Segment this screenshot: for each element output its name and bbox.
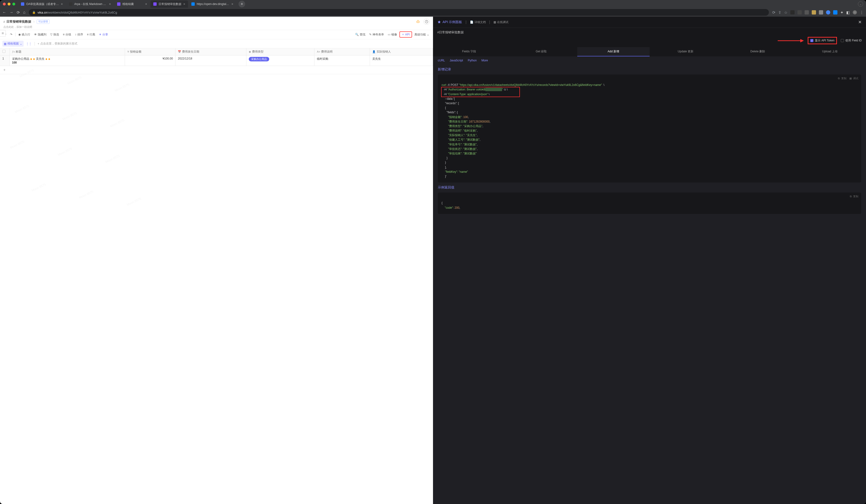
new-view-button[interactable]: + 点击这里，变换新的展示形式 [36,41,79,47]
share-button[interactable]: ✈ 分享 [98,32,110,37]
col-date[interactable]: 📅费用发生日期 [176,48,246,55]
cell-date[interactable]: 2022/12/18 [176,55,246,66]
back-button[interactable]: ← [2,10,6,14]
url-input[interactable]: 🔒 vika.cn/workbench/dstQ8d4fcH0YrAYsYs/v… [29,9,769,16]
svg-point-1 [417,22,418,22]
sort-button[interactable]: ↕ 排序 [74,32,85,37]
robot-icon[interactable] [415,19,421,25]
code-block-response[interactable]: ⧉ 复制 { "code": 200, [438,192,861,214]
close-icon[interactable]: × [183,2,185,6]
ext-icon[interactable] [826,10,830,14]
reload-button[interactable]: ⟳ [16,10,20,15]
tab-fields[interactable]: Fields 字段 [433,47,505,56]
datasheet-title[interactable]: 日常报销审批数据 [7,20,31,24]
close-icon[interactable]: × [231,2,233,6]
tab-active[interactable]: 日常报销审批数据 × [151,0,188,8]
share-icon[interactable]: ⇪ [778,10,781,15]
view-selector[interactable]: ▦ 维格视图 ⌄ [2,41,24,47]
cell-desc[interactable]: 临时采购 [314,55,370,66]
group-button[interactable]: ≡ 分组 [62,32,73,37]
ext-icon[interactable] [790,10,795,14]
subtab-curl[interactable]: cURL [438,59,445,62]
search-button[interactable]: 🔍 查找 [354,32,367,37]
cell-type[interactable]: 采购办公用品 [246,55,314,66]
subtab-more[interactable]: More [481,59,488,62]
col-type[interactable]: ◉费用类型 [246,48,314,55]
ext-icon[interactable] [812,10,816,14]
tab-add[interactable]: Add 新增 [577,47,650,56]
tab-delete[interactable]: Delete 删除 [722,47,794,56]
use-fieldid-checkbox[interactable]: 使用 Field ID [841,38,862,43]
chevron-down-icon[interactable]: ⌄ [858,1,863,7]
home-button[interactable]: ⌂ [23,10,25,14]
minimize-window-button[interactable] [8,3,10,5]
copy-button[interactable]: ⧉ 复制 [850,194,858,199]
menu-icon[interactable]: ⋮ [860,10,864,15]
col-title[interactable]: ƒx标题 [10,48,125,55]
code-block-request[interactable]: ⧉ 复制 ▦ 调试 curl -X POST "https://api.vika… [438,75,861,182]
new-tab-button[interactable]: + [238,1,245,7]
cell-amount[interactable]: ¥100.00 [125,55,176,66]
redo-button[interactable]: ↷ [9,32,14,37]
window-controls [3,3,15,5]
api-breadcrumb: #日常报销审批数据 [433,28,866,35]
update-icon[interactable]: ⟳ [772,10,775,15]
close-icon[interactable]: × [145,2,147,6]
row-number[interactable]: 1 [0,55,10,66]
svg-point-4 [418,20,418,21]
close-icon[interactable]: × [61,2,63,6]
grid-area[interactable]: ƒx标题 ¥报销金额 📅费用发生日期 ◉费用类型 A≡费用说明 👤实际报销人 1 [0,48,433,504]
tab-jinnang[interactable]: 维格锦囊 × [114,0,150,8]
tab-dingtalk[interactable]: https://open-dev.dingtalk.com × [189,0,236,8]
col-person[interactable]: 👤实际报销人 [370,48,433,55]
row-height-button[interactable]: ≡ 行高 [86,32,97,37]
subtab-js[interactable]: JavaScript [449,59,463,62]
puzzle-icon[interactable]: ✦ [840,10,843,15]
ext-icon[interactable] [833,10,837,14]
magic-form-button[interactable]: ✎ 神奇表单 [368,32,385,37]
tab-title: Arya - 在线 Markdown 编辑器 [74,2,107,6]
tab-get[interactable]: Get 获取 [505,47,577,56]
ext-icon[interactable] [804,10,809,14]
star-icon[interactable]: ☆ [33,20,35,23]
cell-person[interactable]: 吴先生 [370,55,433,66]
mirror-button[interactable]: ▭ 镜像 [386,32,399,37]
insert-row-button[interactable]: ◉ 插入行 [17,32,32,37]
select-all-header[interactable] [0,48,10,55]
history-icon[interactable] [423,19,430,25]
filter-button[interactable]: ▽ 筛选 [49,32,60,37]
tab-arya[interactable]: Arya - 在线 Markdown 编辑器 × [66,0,114,8]
close-icon[interactable]: × [109,2,111,6]
table-row[interactable]: 1 采购办公用品 ◆◆ 吴先生 ◆◆ 100 ¥100.00 2022/12/1… [0,55,433,66]
panel-icon[interactable]: ◧ [846,10,850,15]
debug-button[interactable]: ▦ 调试 [850,76,858,81]
profile-avatar[interactable] [853,10,857,14]
api-doc-link[interactable]: 📄 详细文档 [470,20,486,24]
cell-title[interactable]: 采购办公用品 ◆◆ 吴先生 ◆◆ 100 [10,55,125,66]
add-row-button[interactable]: + [0,66,433,74]
tab-upload[interactable]: Upload 上传 [794,47,866,56]
forward-button[interactable]: → [10,10,13,14]
tab-oa[interactable]: OA审批高级版（或者专业版钉 × [18,0,66,8]
api-button[interactable]: ✧ API [399,31,412,37]
hidden-cols-button[interactable]: 👁 隐藏列 [33,32,48,37]
datasheet-description[interactable]: 点击此处，添加一段说明 [3,25,430,29]
close-icon[interactable]: ✕ [858,20,862,25]
copy-token-icon[interactable]: ⧉ [504,88,506,91]
advanced-button[interactable]: 高级功能 ⌄ [413,32,431,37]
api-body[interactable]: 新增记录 ⧉ 复制 ▦ 调试 curl -X POST "https://api… [433,65,866,504]
star-icon[interactable]: ☆ [784,10,787,15]
show-token-checkbox[interactable]: ✓显示 API Token [810,38,834,43]
col-amount[interactable]: ¥报销金额 [125,48,176,55]
copy-button[interactable]: ⧉ 复制 [838,76,846,81]
maximize-window-button[interactable] [12,3,15,5]
sidebar-collapse-button[interactable]: ≡ [0,30,6,37]
more-icon[interactable]: ⋮⋮ [24,41,33,46]
api-debug-link[interactable]: ▦ 在线调试 [493,20,509,24]
tab-update[interactable]: Update 更新 [650,47,722,56]
ext-icon[interactable] [819,10,823,14]
ext-icon[interactable] [798,10,802,14]
close-window-button[interactable] [3,3,6,5]
col-desc[interactable]: A≡费用说明 [314,48,370,55]
subtab-python[interactable]: Python [468,59,477,62]
